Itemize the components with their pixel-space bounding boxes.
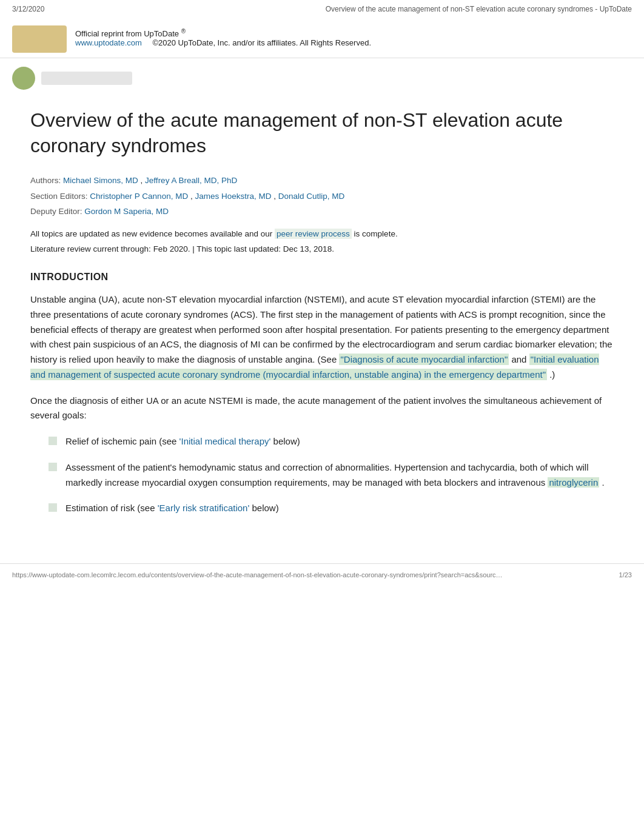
browser-date: 3/12/2020 — [12, 5, 44, 13]
bullet2-suffix: . — [602, 477, 604, 488]
bullet-text-1: Relief of ischemic pain (see 'Initial me… — [65, 434, 614, 449]
copyright-line: www.uptodate.com ©2020 UpToDate, Inc. an… — [75, 38, 371, 47]
deputy-editor-row: Deputy Editor: Gordon M Saperia, MD — [30, 204, 614, 220]
author-avatar — [12, 67, 35, 90]
author-name-blurred — [41, 72, 132, 85]
intro-middle-text: and — [511, 354, 526, 364]
browser-tab-title: Overview of the acute management of non-… — [326, 5, 632, 13]
article-title: Overview of the acute management of non-… — [30, 108, 614, 158]
bullet3-link[interactable]: 'Early risk stratification' — [158, 503, 250, 513]
bullet-item-2: Assessment of the patient's hemodynamic … — [49, 460, 614, 491]
section-editor-1-link[interactable]: Christopher P Cannon, MD — [90, 192, 188, 201]
review-prefix: All topics are updated as new evidence b… — [30, 229, 272, 238]
author-1-link[interactable]: Michael Simons, MD — [63, 176, 138, 185]
lit-topic-date: Dec 13, 2018. — [283, 244, 334, 253]
section-editor-3-link[interactable]: Donald Cutlip, MD — [278, 192, 345, 201]
footer-url: https://www-uptodate-com.lecomlrc.lecom.… — [12, 571, 503, 578]
bullet1-link[interactable]: 'Initial medical therapy' — [179, 436, 271, 446]
review-suffix: is complete. — [354, 229, 398, 238]
bullet3-suffix: below) — [252, 503, 279, 513]
bullet1-prefix: Relief of ischemic pain (see — [65, 436, 176, 446]
author-2-link[interactable]: Jeffrey A Breall, MD, PhD — [145, 176, 237, 185]
main-content: Overview of the acute management of non-… — [0, 96, 644, 551]
official-reprint-text: Official reprint from UpToDate — [75, 29, 179, 38]
author-logo-area — [0, 58, 644, 96]
section-editor-2-link[interactable]: James Hoekstra, MD — [195, 192, 271, 201]
bullet-text-3: Estimation of risk (see 'Early risk stra… — [65, 501, 614, 516]
bullet-box-3 — [49, 503, 57, 512]
intro-p1-end: .) — [549, 369, 555, 380]
bullet2-text: Assessment of the patient's hemodynamic … — [65, 462, 588, 488]
metadata-section: Authors: Michael Simons, MD , Jeffrey A … — [30, 173, 614, 220]
lit-prefix: Literature review current through: — [30, 244, 151, 253]
diagnosis-link[interactable]: "Diagnosis of acute myocardial infarctio… — [339, 354, 509, 365]
footer-page: 1/23 — [619, 571, 632, 578]
authors-row: Authors: Michael Simons, MD , Jeffrey A … — [30, 173, 614, 189]
section-editors-label: Section Editors: — [30, 192, 88, 201]
introduction-section: INTRODUCTION Unstable angina (UA), acute… — [30, 272, 614, 516]
peer-review-link[interactable]: peer review process — [275, 229, 352, 239]
bullet-box-2 — [49, 463, 57, 471]
page-footer: https://www-uptodate-com.lecomlrc.lecom.… — [0, 563, 644, 586]
bullet1-suffix: below) — [273, 436, 300, 446]
bullet-list: Relief of ischemic pain (see 'Initial me… — [49, 434, 614, 516]
lit-date: Feb 2020. — [153, 244, 190, 253]
lit-topic-label: This topic last updated: — [196, 244, 281, 253]
website-link[interactable]: www.uptodate.com — [75, 38, 142, 47]
header-section: Official reprint from UpToDate ® www.upt… — [0, 18, 644, 58]
bullet-box-1 — [49, 437, 57, 445]
literature-line: Literature review current through: Feb 2… — [30, 244, 614, 253]
lit-separator: | — [192, 244, 195, 253]
intro-paragraph-1: Unstable angina (UA), acute non-ST eleva… — [30, 292, 614, 383]
uptodate-logo — [12, 25, 67, 53]
section-editors-row: Section Editors: Christopher P Cannon, M… — [30, 189, 614, 204]
bullet-item-3: Estimation of risk (see 'Early risk stra… — [49, 501, 614, 516]
registered-symbol: ® — [181, 28, 186, 35]
review-line: All topics are updated as new evidence b… — [30, 229, 614, 238]
official-reprint-line: Official reprint from UpToDate ® — [75, 28, 371, 38]
deputy-editor-link[interactable]: Gordon M Saperia, MD — [84, 207, 169, 216]
header-text: Official reprint from UpToDate ® www.upt… — [75, 25, 371, 47]
nitroglycerin-link[interactable]: nitroglycerin — [548, 477, 599, 488]
copyright-text: ©2020 UpToDate, Inc. and/or its affiliat… — [152, 38, 371, 47]
bullet-item-1: Relief of ischemic pain (see 'Initial me… — [49, 434, 614, 449]
introduction-heading: INTRODUCTION — [30, 272, 614, 283]
bullet-text-2: Assessment of the patient's hemodynamic … — [65, 460, 614, 491]
intro-paragraph-2: Once the diagnosis of either UA or an ac… — [30, 394, 614, 424]
bullet3-prefix: Estimation of risk (see — [65, 503, 155, 513]
authors-label: Authors: — [30, 176, 61, 185]
browser-top-bar: 3/12/2020 Overview of the acute manageme… — [0, 0, 644, 18]
deputy-editor-label: Deputy Editor: — [30, 207, 82, 216]
